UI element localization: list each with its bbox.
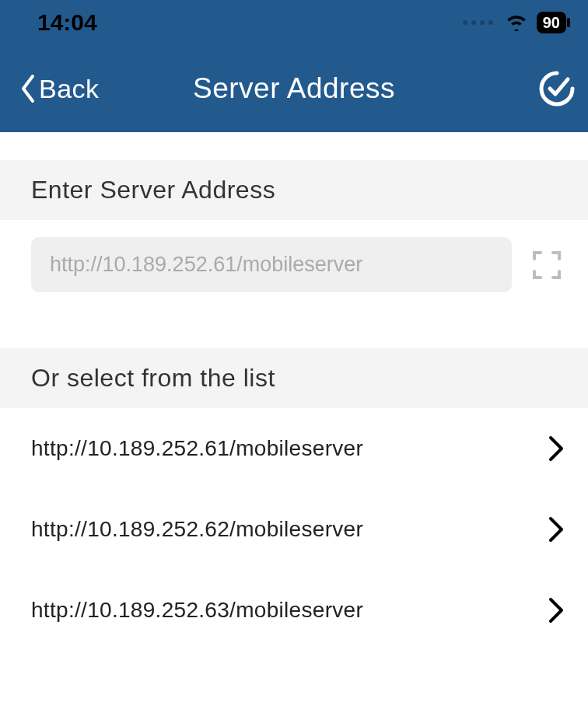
confirm-button[interactable]	[538, 70, 576, 107]
server-list-item[interactable]: http://10.189.252.62/mobileserver	[0, 489, 588, 570]
chevron-right-icon	[548, 435, 565, 463]
page-title: Server Address	[193, 72, 395, 105]
battery-icon: 90	[537, 12, 566, 33]
server-list-item[interactable]: http://10.189.252.63/mobileserver	[0, 570, 588, 651]
back-label: Back	[39, 74, 100, 104]
enter-address-header: Enter Server Address	[0, 160, 588, 220]
select-list-header: Or select from the list	[0, 348, 588, 408]
server-input-row	[0, 220, 588, 309]
server-url: http://10.189.252.61/mobileserver	[31, 436, 363, 461]
chevron-right-icon	[548, 596, 565, 624]
server-address-input[interactable]	[31, 237, 512, 292]
nav-bar: Back Server Address	[0, 45, 588, 132]
status-bar: 14:04 90	[0, 0, 588, 45]
wifi-icon	[506, 14, 527, 31]
content: Enter Server Address Or select from the …	[0, 132, 588, 651]
server-list-item[interactable]: http://10.189.252.61/mobileserver	[0, 408, 588, 489]
server-url: http://10.189.252.62/mobileserver	[31, 517, 363, 542]
server-url: http://10.189.252.63/mobileserver	[31, 598, 363, 623]
status-indicators: 90	[463, 12, 566, 33]
qr-scan-button[interactable]	[529, 247, 565, 283]
back-button[interactable]: Back	[19, 73, 100, 104]
chevron-left-icon	[19, 73, 37, 104]
scan-icon	[531, 250, 562, 281]
cell-signal-icon	[463, 20, 493, 25]
chevron-right-icon	[548, 515, 565, 543]
status-time: 14:04	[37, 9, 97, 36]
